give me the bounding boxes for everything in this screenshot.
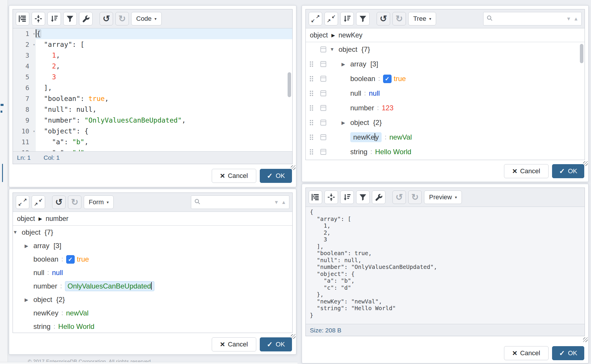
tree-key-field[interactable]: newKey bbox=[33, 309, 58, 317]
tree-value-field[interactable]: Hello World bbox=[58, 322, 95, 331]
repair-button[interactable] bbox=[79, 12, 93, 25]
code-line-text[interactable]: "array": [ bbox=[36, 39, 292, 50]
code-line-text[interactable]: "null": null, bbox=[36, 104, 292, 115]
code-line-text[interactable]: 3 bbox=[36, 72, 292, 83]
tree-value-field[interactable]: newVal bbox=[390, 133, 412, 141]
context-menu-icon[interactable] bbox=[317, 61, 330, 67]
tree-key-field[interactable]: array bbox=[33, 242, 49, 250]
expander-open-icon[interactable]: ▼ bbox=[330, 47, 339, 52]
code-line-text[interactable]: 2, bbox=[36, 61, 292, 72]
redo-button[interactable]: ↻ bbox=[115, 12, 129, 25]
code-line-text[interactable]: { bbox=[36, 28, 292, 39]
format-button[interactable] bbox=[16, 12, 29, 25]
filter-button[interactable] bbox=[63, 12, 77, 25]
expander-closed-icon[interactable]: ▶ bbox=[341, 61, 350, 67]
context-menu-icon[interactable] bbox=[317, 75, 330, 82]
search-input[interactable] bbox=[495, 15, 564, 23]
expand-button[interactable]: ↗↙ bbox=[309, 12, 322, 25]
collapse-button[interactable]: ↙↗ bbox=[324, 12, 338, 25]
code-line-text[interactable]: "object": { bbox=[36, 126, 292, 137]
expander-closed-icon[interactable]: ▶ bbox=[25, 297, 33, 303]
sort-button[interactable] bbox=[340, 12, 354, 25]
code-line-text[interactable]: "a": "b", bbox=[36, 137, 292, 147]
tree-value-field[interactable]: null bbox=[369, 89, 380, 97]
tree-key-field[interactable]: string bbox=[33, 322, 51, 331]
ok-button[interactable]: ✓ OK bbox=[552, 164, 584, 178]
code-line-text[interactable]: "number": "OnlyValuesCanBeUpdated", bbox=[36, 115, 292, 126]
redo-button[interactable]: ↻ bbox=[408, 190, 422, 204]
tree-key-field[interactable]: null bbox=[33, 269, 44, 277]
context-menu-icon[interactable] bbox=[317, 105, 330, 111]
drag-handle-icon[interactable] bbox=[306, 91, 317, 96]
vertical-scrollbar-thumb[interactable] bbox=[580, 44, 583, 63]
compact-button[interactable] bbox=[32, 12, 45, 25]
compact-button[interactable] bbox=[324, 190, 338, 204]
expander-open-icon[interactable]: ▼ bbox=[13, 230, 22, 235]
expander-closed-icon[interactable]: ▶ bbox=[341, 120, 350, 126]
cancel-button[interactable]: × Cancel bbox=[504, 164, 549, 178]
sort-button[interactable] bbox=[47, 12, 61, 25]
search-next-icon[interactable]: ▼ bbox=[274, 200, 279, 205]
redo-button[interactable]: ↻ bbox=[68, 195, 81, 209]
tree-key-field[interactable]: object bbox=[339, 45, 357, 54]
drag-handle-icon[interactable] bbox=[306, 149, 317, 154]
tree-value-field[interactable]: true bbox=[394, 75, 406, 83]
mode-switcher-button[interactable]: Tree▾ bbox=[408, 12, 436, 25]
cancel-button[interactable]: × Cancel bbox=[212, 337, 256, 351]
tree-key-field[interactable]: object bbox=[33, 296, 52, 304]
tree-value-field[interactable]: newVal bbox=[66, 309, 89, 317]
tree-value-field[interactable]: true bbox=[77, 255, 89, 263]
tree-key-field[interactable]: number bbox=[33, 282, 57, 290]
code-line-text[interactable]: "c": "d" bbox=[36, 147, 292, 151]
redo-button[interactable]: ↻ bbox=[392, 12, 406, 25]
mode-switcher-button[interactable]: Code▾ bbox=[131, 12, 162, 25]
code-editor-area[interactable]: 1▾{2▾ "array": [3 1,4 2,5 36 ],7 "boolea… bbox=[13, 28, 292, 151]
context-menu-icon[interactable] bbox=[317, 90, 330, 97]
collapse-button[interactable]: ↙↗ bbox=[32, 195, 45, 209]
search-next-icon[interactable]: ▼ bbox=[566, 16, 571, 21]
code-line-text[interactable]: "boolean": true, bbox=[36, 93, 292, 104]
code-line-text[interactable]: ], bbox=[36, 83, 292, 93]
tree-key-field[interactable]: boolean bbox=[350, 75, 375, 83]
code-line-text[interactable]: 1, bbox=[36, 50, 292, 61]
cancel-button[interactable]: × Cancel bbox=[504, 346, 549, 360]
mode-switcher-button[interactable]: Form▾ bbox=[84, 195, 114, 209]
filter-button[interactable] bbox=[356, 190, 370, 204]
breadcrumb-leaf[interactable]: number bbox=[46, 215, 69, 223]
tree-key-field[interactable]: string bbox=[350, 148, 368, 156]
ok-button[interactable]: ✓ OK bbox=[552, 346, 584, 360]
boolean-checkbox[interactable]: ✓ bbox=[383, 75, 392, 83]
search-previous-icon[interactable]: ▲ bbox=[281, 200, 286, 205]
fold-caret-icon[interactable]: ▾ bbox=[33, 126, 35, 137]
context-menu-icon[interactable] bbox=[317, 46, 330, 53]
tree-key-field[interactable]: object bbox=[350, 119, 369, 127]
tree-value-field[interactable]: 123 bbox=[382, 104, 394, 112]
tree-key-field[interactable]: number bbox=[350, 104, 374, 112]
tree-key-field[interactable]: array bbox=[350, 60, 366, 68]
tree-value-field[interactable]: Hello World bbox=[375, 148, 411, 156]
tree-key-field[interactable]: object bbox=[22, 228, 40, 236]
tree-value-field[interactable]: null bbox=[52, 269, 63, 277]
breadcrumb-leaf[interactable]: newKey bbox=[339, 31, 363, 39]
tree-key-field[interactable]: newKey bbox=[350, 132, 382, 142]
tree-key-field[interactable]: boolean bbox=[33, 255, 58, 263]
context-menu-icon[interactable] bbox=[317, 119, 330, 126]
drag-handle-icon[interactable] bbox=[306, 135, 317, 140]
sort-button[interactable] bbox=[340, 190, 354, 204]
resize-grip-icon[interactable] bbox=[583, 337, 588, 342]
undo-button[interactable]: ↺ bbox=[52, 195, 66, 209]
ok-button[interactable]: ✓ OK bbox=[260, 337, 292, 351]
context-menu-icon[interactable] bbox=[317, 149, 330, 155]
cancel-button[interactable]: × Cancel bbox=[212, 169, 256, 183]
expander-closed-icon[interactable]: ▶ bbox=[25, 243, 33, 249]
tree-key-field[interactable]: null bbox=[350, 89, 361, 97]
undo-button[interactable]: ↺ bbox=[100, 12, 113, 25]
vertical-scrollbar-thumb[interactable] bbox=[288, 72, 291, 97]
search-previous-icon[interactable]: ▲ bbox=[573, 16, 578, 21]
breadcrumb-root[interactable]: object bbox=[310, 31, 328, 39]
drag-handle-icon[interactable] bbox=[306, 76, 317, 81]
drag-handle-icon[interactable] bbox=[306, 120, 317, 125]
ok-button[interactable]: ✓ OK bbox=[260, 169, 292, 183]
undo-button[interactable]: ↺ bbox=[377, 12, 390, 25]
fold-caret-icon[interactable]: ▾ bbox=[33, 39, 35, 50]
